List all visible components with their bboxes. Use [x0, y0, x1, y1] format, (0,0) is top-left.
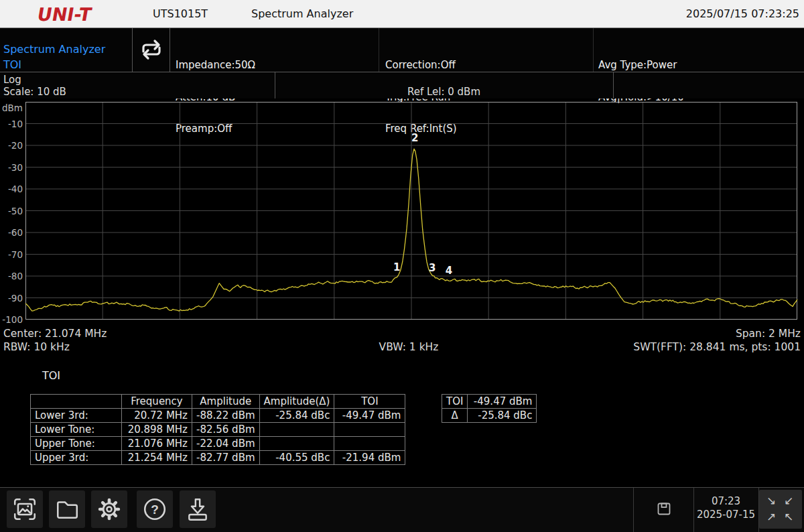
- divider: [132, 28, 133, 72]
- toi-cell: -49.47 dBm: [334, 409, 405, 423]
- settings-button[interactable]: [91, 490, 127, 528]
- toi-col-header: Amplitude: [192, 395, 260, 409]
- clock-display: 07:23 2025-07-15: [693, 494, 758, 521]
- divider: [593, 28, 594, 72]
- toi-cell: 20.898 MHz: [122, 423, 192, 437]
- file-open-button[interactable]: [49, 490, 85, 528]
- marker-label-2[interactable]: 2: [411, 132, 418, 144]
- ref-level-label: Ref Lel: 0 dBm: [275, 86, 613, 98]
- collapse-arrow-icon: ↗: [766, 511, 776, 523]
- toi-cell: [334, 437, 405, 451]
- collapse-arrow-icon: ↘: [766, 495, 776, 507]
- collapse-view-button[interactable]: ↘ ↙ ↗ ↖: [759, 490, 802, 529]
- y-axis-labels: dBm-10-20-30-40-50-60-70-80-90-100: [2, 103, 23, 324]
- table-row: Lower 3rd:20.72 MHz-88.22 dBm-25.84 dBc-…: [31, 409, 405, 423]
- uni-t-logo: UNI-T: [36, 4, 93, 25]
- marker-labels: 1234: [393, 132, 452, 277]
- help-icon: ?: [142, 496, 168, 522]
- help-button[interactable]: ?: [137, 490, 173, 528]
- y-tick-label: -60: [8, 227, 23, 238]
- marker-label-3[interactable]: 3: [429, 262, 436, 274]
- divider: [613, 72, 614, 98]
- y-tick-label: -100: [2, 314, 23, 324]
- collapse-arrow-icon: ↖: [784, 511, 793, 523]
- toi-cell: -82.77 dBm: [192, 451, 260, 465]
- amp-type-label: Log: [3, 74, 21, 86]
- vbw-label: VBW: 1 kHz: [275, 341, 543, 353]
- toi-cell: -25.84 dBc: [259, 409, 334, 423]
- continuous-sweep-icon[interactable]: [138, 38, 165, 62]
- scale-label: Scale: 10 dB: [3, 86, 66, 98]
- toi-col-header: [31, 395, 122, 409]
- y-tick-label: -10: [8, 119, 23, 129]
- save-state-icon: [657, 503, 671, 515]
- correction-value: Correction:Off: [385, 60, 457, 71]
- toi-cell: Δ: [442, 409, 468, 423]
- mode-menu-button[interactable]: Spectrum Analyzer TOI: [3, 42, 105, 72]
- save-button[interactable]: [180, 490, 216, 528]
- y-tick-label: -50: [8, 206, 23, 216]
- toi-cell: Lower 3rd:: [31, 409, 122, 423]
- toi-cell: [259, 437, 334, 451]
- toi-results-table: FrequencyAmplitudeAmplitude(Δ)TOILower 3…: [30, 394, 405, 465]
- toi-col-header: Amplitude(Δ): [259, 395, 334, 409]
- toi-col-header: Frequency: [122, 395, 192, 409]
- table-row: Δ-25.84 dBc: [442, 409, 537, 423]
- help-glyph: ?: [151, 503, 159, 517]
- toi-cell: [259, 423, 334, 437]
- table-row: Upper Tone:21.076 MHz-22.04 dBm: [31, 437, 405, 451]
- toi-panel-title: TOI: [42, 369, 60, 382]
- toi-cell: -25.84 dBc: [468, 409, 537, 423]
- toi-cell: -40.55 dBc: [259, 451, 334, 465]
- y-tick-label: -40: [8, 184, 23, 194]
- header-datetime: 2025/07/15 07:23:25: [686, 7, 799, 20]
- top-bar: UNI-T UTS1015T Spectrum Analyzer 2025/07…: [0, 0, 804, 28]
- clock-time: 07:23: [693, 494, 758, 508]
- sweep-time-label: SWT(FFT): 28.841 ms, pts: 1001: [633, 341, 801, 353]
- table-row: Upper 3rd:21.254 MHz-82.77 dBm-40.55 dBc…: [31, 451, 405, 465]
- spectrum-chart[interactable]: dBm-10-20-30-40-50-60-70-80-90-1001234: [0, 98, 804, 324]
- toi-cell: TOI: [442, 395, 468, 409]
- toi-cell: -21.94 dBm: [334, 451, 405, 465]
- gear-icon: [96, 496, 123, 523]
- table-row: TOI-49.47 dBm: [442, 395, 537, 409]
- toi-cell: 21.076 MHz: [122, 437, 192, 451]
- app-title: Spectrum Analyzer: [251, 7, 353, 20]
- clock-date: 2025-07-15: [693, 508, 758, 521]
- chart-status-bar: Center: 21.074 MHz RBW: 10 kHz VBW: 1 kH…: [0, 324, 804, 362]
- divider: [633, 488, 634, 532]
- folder-icon: [54, 496, 80, 522]
- y-tick-label: -20: [8, 140, 23, 151]
- impedance-value: Impedance:50Ω: [176, 60, 255, 71]
- avg-type-value: Avg Type:Power: [598, 60, 684, 71]
- table-row: Lower Tone:20.898 MHz-82.56 dBm: [31, 423, 405, 437]
- mode-bar: Spectrum Analyzer TOI Impedance:50Ω Atte…: [0, 28, 804, 72]
- toi-col-header: TOI: [334, 395, 405, 409]
- scale-bar: Log Scale: 10 dB Ref Lel: 0 dBm: [0, 72, 804, 98]
- toi-cell: -22.04 dBm: [192, 437, 260, 451]
- center-freq-label: Center: 21.074 MHz: [3, 328, 107, 340]
- collapse-arrow-icon: ↙: [784, 495, 793, 507]
- y-tick-label: -30: [8, 162, 23, 173]
- mode-measure-label: TOI: [3, 57, 105, 72]
- toi-cell: -88.22 dBm: [192, 409, 260, 423]
- toi-cell: [334, 423, 405, 437]
- marker-label-4[interactable]: 4: [446, 265, 452, 277]
- toi-summary-table: TOI-49.47 dBmΔ-25.84 dBc: [442, 394, 537, 423]
- marker-label-1[interactable]: 1: [393, 261, 400, 273]
- y-tick-label: -70: [8, 249, 23, 260]
- toi-cell: 20.72 MHz: [122, 409, 192, 423]
- mode-app-label: Spectrum Analyzer: [3, 42, 105, 57]
- y-tick-label: -90: [8, 293, 23, 304]
- screenshot-button[interactable]: [7, 490, 43, 528]
- rbw-label: RBW: 10 kHz: [3, 341, 70, 353]
- divider: [170, 28, 170, 72]
- toi-cell: -82.56 dBm: [192, 423, 260, 437]
- bottom-toolbar: ? 07:23 2025-07-15 ↘: [0, 487, 804, 532]
- screenshot-icon: [12, 496, 38, 522]
- toi-cell: Upper Tone:: [31, 437, 122, 451]
- save-icon: [185, 496, 210, 522]
- y-tick-label: dBm: [2, 103, 23, 113]
- toi-cell: Lower Tone:: [31, 423, 122, 437]
- spectrum-analyzer-screen: UNI-T UTS1015T Spectrum Analyzer 2025/07…: [0, 0, 804, 532]
